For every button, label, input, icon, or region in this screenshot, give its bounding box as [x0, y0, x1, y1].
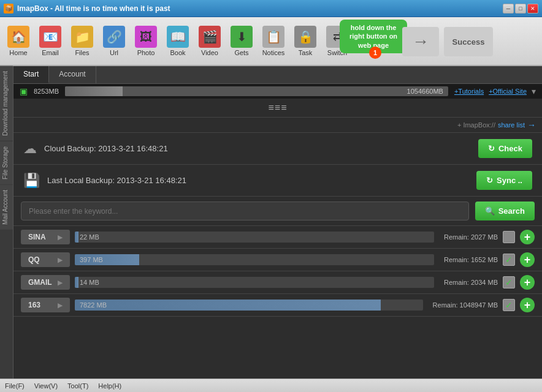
account-label-163[interactable]: 163▶ [21, 298, 70, 312]
official-site-link[interactable]: +Official Site [489, 88, 527, 95]
toolbar-gets[interactable]: ⬇ Gets [226, 19, 258, 63]
sidebar-mail-account[interactable]: Mail Account [0, 185, 13, 230]
toolbar-notices-label: Notices [262, 49, 285, 56]
tab-account[interactable]: Account [49, 66, 96, 83]
notices-icon: 📋 [262, 26, 284, 48]
search-row: 🔍 Search [13, 197, 542, 226]
toolbar-url-label: Url [110, 49, 118, 56]
menu-file[interactable]: File(F) [5, 382, 25, 390]
account-add-btn-qq[interactable]: + [520, 252, 535, 267]
account-checkbox-sina[interactable] [503, 231, 515, 243]
photo-icon: 🖼 [135, 26, 157, 48]
account-arrow-sina: ▶ [58, 234, 63, 241]
storage-used-label: 8253MB [34, 88, 59, 95]
account-add-btn-sina[interactable]: + [520, 230, 535, 244]
tab-start[interactable]: Start [13, 66, 49, 83]
storage-icon: ▣ [20, 86, 28, 96]
search-input[interactable] [21, 202, 469, 221]
toolbar-url[interactable]: 🔗 Url [98, 19, 130, 63]
arrow-icon: → [402, 27, 439, 56]
files-icon: 📁 [71, 26, 93, 48]
account-checkbox-163[interactable]: ✓ [503, 299, 515, 311]
account-label-gmail[interactable]: GMAIL▶ [21, 275, 70, 290]
account-size-sina: 22 MB [80, 233, 99, 241]
search-icon: 🔍 [485, 206, 495, 216]
account-name-sina: SINA [28, 233, 46, 241]
toolbar-files-label: Files [75, 49, 89, 56]
storage-total-label: 1054660MB [407, 88, 443, 95]
account-row-qq: QQ▶397 MBRemain: 1652 MB✓+ [13, 249, 542, 271]
account-progress-sina: 22 MB [75, 232, 434, 243]
toolbar-notices[interactable]: 📋 Notices [258, 19, 289, 63]
toolbar-home[interactable]: 🏠 Home [2, 19, 34, 63]
sync-button-label: Sync .. [497, 176, 522, 185]
account-size-gmail: 14 MB [80, 279, 99, 286]
toolbar-task[interactable]: 🔒 Task [289, 19, 321, 63]
search-button[interactable]: 🔍 Search [475, 202, 535, 221]
sync-button[interactable]: ↻ Sync .. [476, 171, 532, 190]
cloud-icon: ☁ [23, 141, 37, 157]
main-area: Download management File Storage Mail Ac… [0, 66, 542, 379]
share-arrow: → [527, 120, 536, 130]
account-name-qq: QQ [28, 255, 40, 264]
toolbar-email[interactable]: 📧 Email [34, 19, 66, 63]
account-add-btn-gmail[interactable]: + [520, 275, 535, 290]
left-sidebar: Download management File Storage Mail Ac… [0, 66, 13, 379]
account-checkbox-qq[interactable]: ✓ [503, 254, 515, 266]
storage-progress-bar: 1054660MB [65, 86, 448, 96]
toolbar-video-label: Video [201, 49, 218, 56]
account-arrow-gmail: ▶ [58, 279, 63, 286]
tutorials-link[interactable]: +Tutorials [454, 88, 484, 95]
toolbar-home-label: Home [9, 49, 27, 56]
account-label-qq[interactable]: QQ▶ [21, 252, 70, 267]
menu-view[interactable]: View(V) [34, 382, 58, 390]
toolbar-photo[interactable]: 🖼 Photo [130, 19, 162, 63]
minimize-button[interactable]: ─ [503, 4, 514, 13]
account-row-gmail: GMAIL▶14 MBRemain: 2034 MB✓+ [13, 271, 542, 294]
toolbar-book[interactable]: 📖 Book [162, 19, 194, 63]
check-button-label: Check [498, 144, 522, 153]
cloud-backup-row: ☁ Cloud Backup: 2013-3-21 16:48:21 ↻ Che… [13, 133, 542, 165]
content-area: Start Account ▣ 8253MB 1054660MB +Tutori… [13, 66, 542, 379]
app-icon: 📦 [4, 4, 13, 13]
local-backup-label: Last Local Backup: 2013-3-21 16:48:21 [47, 176, 469, 185]
sidebar-download[interactable]: Download management [0, 66, 13, 141]
account-add-btn-163[interactable]: + [520, 298, 535, 312]
share-link[interactable]: share list [498, 121, 525, 129]
account-name-gmail: GMAIL [28, 278, 52, 287]
book-icon: 📖 [167, 26, 189, 48]
account-progress-163: 7822 MB [75, 300, 423, 311]
account-arrow-qq: ▶ [58, 257, 63, 263]
check-button[interactable]: ↻ Check [478, 139, 532, 158]
maximize-button[interactable]: □ [515, 4, 526, 13]
account-remain-163: Remain: 1048947 MB [433, 301, 498, 309]
toolbar: 🏠 Home 📧 Email 📁 Files 🔗 Url 🖼 Photo 📖 B… [0, 17, 542, 66]
account-row-163: 163▶7822 MBRemain: 1048947 MB✓+ [13, 294, 542, 317]
hamburger-icon: ≡≡≡ [268, 102, 287, 113]
menu-help[interactable]: Help(H) [98, 382, 121, 390]
success-label: Success [444, 27, 493, 56]
sidebar-file-storage[interactable]: File Storage [0, 141, 13, 184]
local-backup-row: 💾 Last Local Backup: 2013-3-21 16:48:21 … [13, 165, 542, 197]
storage-used-fill [65, 86, 123, 96]
toolbar-email-label: Email [42, 49, 59, 56]
account-progress-gmail: 14 MB [75, 277, 434, 288]
window-title: ImapBox - All time is no time when it is… [17, 4, 170, 13]
email-icon: 📧 [39, 26, 61, 48]
search-button-label: Search [498, 206, 525, 216]
toolbar-video[interactable]: 🎬 Video [194, 19, 226, 63]
account-label-sina[interactable]: SINA▶ [21, 230, 70, 244]
account-checkbox-gmail[interactable]: ✓ [503, 276, 515, 288]
toolbar-task-label: Task [299, 49, 313, 56]
menu-tool[interactable]: Tool(T) [67, 382, 88, 390]
hamburger-row[interactable]: ≡≡≡ [13, 99, 542, 118]
tooltip-badge: 1 [369, 47, 381, 59]
account-remain-qq: Remain: 1652 MB [444, 256, 498, 263]
close-button[interactable]: ✕ [527, 4, 538, 13]
toolbar-photo-label: Photo [137, 49, 155, 56]
gets-icon: ⬇ [231, 26, 253, 48]
site-link-arrow: ▾ [532, 86, 536, 96]
video-icon: 🎬 [199, 26, 221, 48]
toolbar-book-label: Book [170, 49, 185, 56]
toolbar-files[interactable]: 📁 Files [66, 19, 98, 63]
